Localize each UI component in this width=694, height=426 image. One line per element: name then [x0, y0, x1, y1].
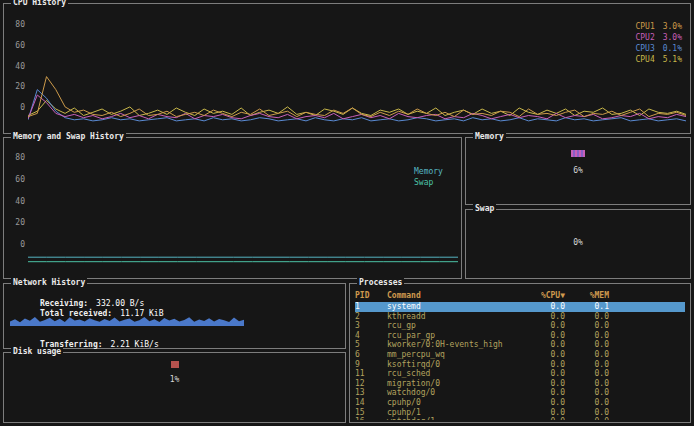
disk-usage-bar [171, 361, 179, 368]
process-row[interactable]: 6 mm_percpu_wq 0.0 0.0 [355, 350, 685, 360]
process-cpu: 0.0 [521, 398, 565, 408]
process-cpu: 0.0 [521, 379, 565, 389]
process-command: kthreadd [381, 312, 521, 322]
process-pid: 1 [355, 302, 381, 312]
y-tick: 20 [9, 218, 25, 227]
process-pid: 4 [355, 331, 381, 341]
process-cpu: 0.0 [521, 321, 565, 331]
process-cpu: 0.0 [521, 302, 565, 312]
process-cpu: 0.0 [521, 331, 565, 341]
process-command: systemd [381, 302, 521, 312]
memory-swap-history-title: Memory and Swap History [11, 132, 126, 142]
process-command: rcu_par_gp [381, 331, 521, 341]
process-row[interactable]: 11 rcu_sched 0.0 0.0 [355, 369, 685, 379]
swap-gauge-title: Swap [473, 204, 496, 214]
cpu-history-chart [28, 14, 686, 122]
memory-gauge-bar [571, 150, 585, 157]
processes-list: 1 systemd 0.0 0.1 2 kthreadd 0.0 0.0 3 r… [355, 302, 685, 420]
memory-swap-legend: Memory Swap [414, 166, 443, 188]
process-command: rcu_gp [381, 321, 521, 331]
process-row[interactable]: 13 watchdog/0 0.0 0.0 [355, 388, 685, 398]
cpu-y-axis: 80 60 40 20 0 [9, 20, 25, 112]
network-history-title: Network History [11, 278, 87, 288]
network-transferring-value: 2.21 KiB/s [111, 340, 159, 349]
process-mem: 0.0 [565, 312, 609, 322]
process-cpu: 0.0 [521, 360, 565, 370]
legend-label: CPU4 [635, 54, 654, 65]
process-mem: 0.0 [565, 331, 609, 341]
process-pid: 11 [355, 369, 381, 379]
process-pid: 9 [355, 360, 381, 370]
process-pid: 14 [355, 398, 381, 408]
cpu-legend: CPU1 3.0% CPU2 3.0% CPU3 0.1% CPU4 5.1% [635, 21, 682, 65]
legend-label: Memory [414, 166, 443, 177]
column-header-pid[interactable]: PID [355, 291, 381, 301]
y-tick: 0 [9, 240, 25, 249]
y-tick: 60 [9, 175, 25, 184]
processes-panel: Processes PID Command %CPU▼ %MEM 1 syste… [349, 283, 691, 423]
process-mem: 0.0 [565, 408, 609, 418]
process-row[interactable]: 2 kthreadd 0.0 0.0 [355, 312, 685, 322]
process-row[interactable]: 4 rcu_par_gp 0.0 0.0 [355, 331, 685, 341]
disk-usage-panel: Disk usage 1% [3, 352, 346, 423]
y-tick: 0 [9, 103, 25, 112]
process-command: ksoftirqd/0 [381, 360, 521, 370]
processes-title: Processes [357, 278, 404, 288]
legend-label: CPU1 [635, 21, 654, 32]
network-receive-sparkline [10, 311, 244, 326]
network-history-panel: Network History Receiving:332.00 B/s Tot… [3, 283, 346, 349]
process-row[interactable]: 15 cpuhp/1 0.0 0.0 [355, 408, 685, 418]
process-cpu: 0.0 [521, 369, 565, 379]
legend-entry-cpu2: CPU2 3.0% [635, 32, 682, 43]
y-tick: 80 [9, 20, 25, 29]
y-tick: 20 [9, 82, 25, 91]
process-pid: 16 [355, 417, 381, 420]
legend-entry-cpu4: CPU4 5.1% [635, 54, 682, 65]
process-pid: 13 [355, 388, 381, 398]
process-command: watchdog/1 [381, 417, 521, 420]
process-mem: 0.0 [565, 398, 609, 408]
memory-gauge-title: Memory [473, 132, 506, 142]
process-pid: 6 [355, 350, 381, 360]
process-mem: 0.1 [565, 302, 609, 312]
process-command: migration/0 [381, 379, 521, 389]
legend-entry-swap: Swap [414, 177, 443, 188]
process-row[interactable]: 16 watchdog/1 0.0 0.0 [355, 417, 685, 420]
legend-entry-cpu3: CPU3 0.1% [635, 43, 682, 54]
disk-usage-title: Disk usage [11, 347, 63, 357]
column-header-command[interactable]: Command [381, 291, 521, 301]
process-pid: 15 [355, 408, 381, 418]
process-mem: 0.0 [565, 379, 609, 389]
memory-gauge-value: 6% [466, 166, 690, 175]
column-header-cpu[interactable]: %CPU▼ [521, 291, 565, 301]
process-row[interactable]: 9 ksoftirqd/0 0.0 0.0 [355, 360, 685, 370]
process-row[interactable]: 3 rcu_gp 0.0 0.0 [355, 321, 685, 331]
process-command: cpuhp/0 [381, 398, 521, 408]
y-tick: 40 [9, 62, 25, 71]
legend-label: CPU2 [635, 32, 654, 43]
process-pid: 2 [355, 312, 381, 322]
process-row[interactable]: 1 systemd 0.0 0.1 [355, 302, 685, 312]
process-cpu: 0.0 [521, 388, 565, 398]
process-command: rcu_sched [381, 369, 521, 379]
legend-label: CPU3 [635, 43, 654, 54]
swap-gauge-panel: Swap 0% [465, 209, 691, 279]
process-mem: 0.0 [565, 388, 609, 398]
process-pid: 3 [355, 321, 381, 331]
process-mem: 0.0 [565, 417, 609, 420]
y-tick: 80 [9, 153, 25, 162]
legend-value: 5.1% [663, 54, 682, 65]
process-row[interactable]: 12 migration/0 0.0 0.0 [355, 379, 685, 389]
memory-gauge-panel: Memory 6% [465, 137, 691, 205]
column-header-mem[interactable]: %MEM [565, 291, 609, 301]
process-command: cpuhp/1 [381, 408, 521, 418]
process-row[interactable]: 14 cpuhp/0 0.0 0.0 [355, 398, 685, 408]
process-cpu: 0.0 [521, 350, 565, 360]
process-mem: 0.0 [565, 369, 609, 379]
swap-gauge-value: 0% [466, 238, 690, 247]
terminal-screen: CPU History 80 60 40 20 0 CPU1 3.0% CPU2… [0, 0, 694, 426]
disk-usage-value: 1% [4, 375, 345, 384]
process-command: watchdog/0 [381, 388, 521, 398]
memory-swap-history-panel: Memory and Swap History 80 60 40 20 0 Me… [3, 137, 462, 279]
process-row[interactable]: 5 kworker/0:0H-events_high 0.0 0.0 [355, 340, 685, 350]
